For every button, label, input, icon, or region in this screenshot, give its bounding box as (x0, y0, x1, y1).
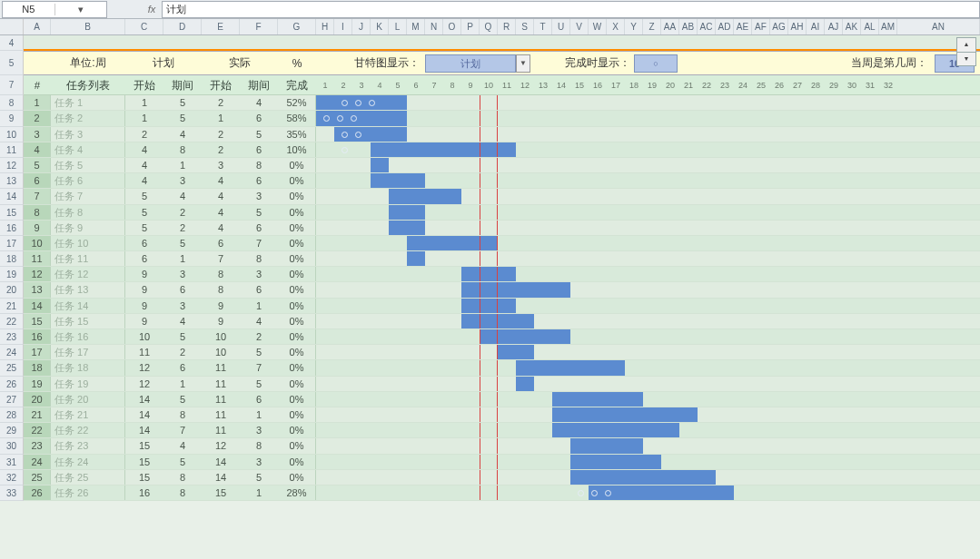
cell-pct[interactable]: 0% (278, 392, 316, 407)
column-header-AI[interactable]: AI (807, 19, 825, 34)
cell-pct[interactable]: 0% (278, 189, 316, 203)
row-header[interactable]: 4 (0, 35, 24, 51)
cell-num[interactable]: 16 (24, 329, 51, 344)
cell-pct[interactable]: 0% (278, 345, 316, 359)
cell-num[interactable]: 13 (24, 282, 51, 297)
select-all-corner[interactable] (0, 19, 24, 34)
cell-pct[interactable]: 0% (278, 455, 316, 469)
cell-plan-start[interactable]: 5 (125, 205, 163, 220)
cell-num[interactable]: 18 (24, 360, 51, 375)
cell-actual-start[interactable]: 2 (202, 95, 240, 110)
cell-actual-start[interactable]: 10 (202, 329, 240, 344)
column-header-U[interactable]: U (552, 19, 570, 34)
cell-plan-dur[interactable]: 5 (163, 329, 202, 344)
cell-num[interactable]: 25 (24, 470, 51, 485)
cell-actual-start[interactable]: 8 (202, 267, 240, 281)
cell-num[interactable]: 1 (24, 95, 51, 110)
cell-plan-start[interactable]: 15 (125, 438, 163, 453)
cell-actual-start[interactable]: 9 (202, 314, 240, 329)
cell-pct[interactable]: 0% (278, 267, 316, 281)
cell-actual-start[interactable]: 7 (202, 251, 240, 266)
cell-plan-start[interactable]: 6 (125, 236, 163, 250)
cell-pct[interactable]: 0% (278, 236, 316, 250)
row-header[interactable]: 28 (0, 407, 24, 423)
cell-task-name[interactable]: 任务 6 (51, 173, 125, 188)
cell-actual-start[interactable]: 9 (202, 299, 240, 313)
cell-actual-start[interactable]: 11 (202, 407, 240, 422)
column-header-R[interactable]: R (498, 19, 516, 34)
cell-task-name[interactable]: 任务 14 (51, 299, 125, 313)
cell-task-name[interactable]: 任务 2 (51, 111, 125, 125)
row-header[interactable]: 15 (0, 205, 24, 221)
cell-plan-dur[interactable]: 8 (163, 407, 202, 422)
row-header[interactable]: 7 (0, 75, 24, 95)
cell-task-name[interactable]: 任务 18 (51, 360, 125, 375)
cell-actual-start[interactable]: 4 (202, 173, 240, 188)
spinner-up-icon[interactable]: ▲ (956, 37, 976, 52)
cell-plan-start[interactable]: 14 (125, 392, 163, 407)
column-header-J[interactable]: J (352, 19, 371, 34)
spinner-down-icon[interactable]: ▼ (956, 52, 976, 66)
column-header-X[interactable]: X (607, 19, 625, 34)
cell-pct[interactable]: 0% (278, 360, 316, 375)
cell-task-name[interactable]: 任务 16 (51, 329, 125, 344)
cell-actual-dur[interactable]: 1 (240, 299, 278, 313)
row-header[interactable]: 33 (0, 485, 24, 501)
cell-pct[interactable]: 0% (278, 329, 316, 344)
cell-num[interactable]: 23 (24, 438, 51, 453)
cell-plan-dur[interactable]: 5 (163, 392, 202, 407)
cell-plan-start[interactable]: 4 (125, 158, 163, 172)
cell-plan-dur[interactable]: 2 (163, 345, 202, 359)
cell-actual-start[interactable]: 11 (202, 392, 240, 407)
cell-num[interactable]: 6 (24, 173, 51, 188)
column-header-W[interactable]: W (589, 19, 607, 34)
cell-pct[interactable]: 58% (278, 111, 316, 125)
cell-task-name[interactable]: 任务 4 (51, 142, 125, 157)
cell-plan-dur[interactable]: 1 (163, 158, 202, 172)
row-header[interactable]: 25 (0, 360, 24, 376)
column-header-AC[interactable]: AC (698, 19, 716, 34)
cell-actual-start[interactable]: 6 (202, 236, 240, 250)
cell-task-name[interactable]: 任务 7 (51, 189, 125, 203)
name-box-dropdown-icon[interactable]: ▾ (54, 4, 107, 15)
cell-num[interactable]: 26 (24, 485, 51, 500)
cell-plan-dur[interactable]: 2 (163, 205, 202, 220)
cell-task-name[interactable]: 任务 26 (51, 485, 125, 500)
cell-num[interactable]: 8 (24, 205, 51, 220)
cell-pct[interactable]: 0% (278, 407, 316, 422)
column-header-Q[interactable]: Q (480, 19, 498, 34)
cell-plan-dur[interactable]: 6 (163, 360, 202, 375)
cell-plan-dur[interactable]: 4 (163, 314, 202, 329)
cell-pct[interactable]: 28% (278, 485, 316, 500)
cell-actual-dur[interactable]: 3 (240, 423, 278, 437)
row-header[interactable]: 13 (0, 173, 24, 189)
cell-plan-dur[interactable]: 4 (163, 438, 202, 453)
cell-actual-dur[interactable]: 4 (240, 314, 278, 329)
cell-actual-dur[interactable]: 5 (240, 345, 278, 359)
cell-actual-dur[interactable]: 8 (240, 438, 278, 453)
cell-task-name[interactable]: 任务 8 (51, 205, 125, 220)
column-header-K[interactable]: K (371, 19, 389, 34)
cell-actual-dur[interactable]: 5 (240, 205, 278, 220)
formula-input[interactable]: 计划 (162, 1, 980, 18)
cell-plan-dur[interactable]: 2 (163, 221, 202, 235)
column-header-AA[interactable]: AA (661, 19, 679, 34)
cell-plan-start[interactable]: 16 (125, 485, 163, 500)
cell-task-name[interactable]: 任务 9 (51, 221, 125, 235)
cell-actual-dur[interactable]: 8 (240, 158, 278, 172)
column-header-AK[interactable]: AK (843, 19, 861, 34)
cell-actual-start[interactable]: 4 (202, 189, 240, 203)
cell-actual-dur[interactable]: 3 (240, 267, 278, 281)
cell-plan-dur[interactable]: 8 (163, 142, 202, 157)
done-symbol-box[interactable]: ○ (634, 54, 678, 73)
cell-actual-dur[interactable]: 7 (240, 236, 278, 250)
cell-task-name[interactable]: 任务 22 (51, 423, 125, 437)
cell-task-name[interactable]: 任务 12 (51, 267, 125, 281)
column-header-A[interactable]: A (24, 19, 51, 34)
cell-pct[interactable]: 0% (278, 221, 316, 235)
cell-task-name[interactable]: 任务 13 (51, 282, 125, 297)
row-header[interactable]: 12 (0, 158, 24, 173)
cell-actual-start[interactable]: 2 (202, 127, 240, 142)
cell-num[interactable]: 3 (24, 127, 51, 142)
cell-actual-dur[interactable]: 6 (240, 282, 278, 297)
